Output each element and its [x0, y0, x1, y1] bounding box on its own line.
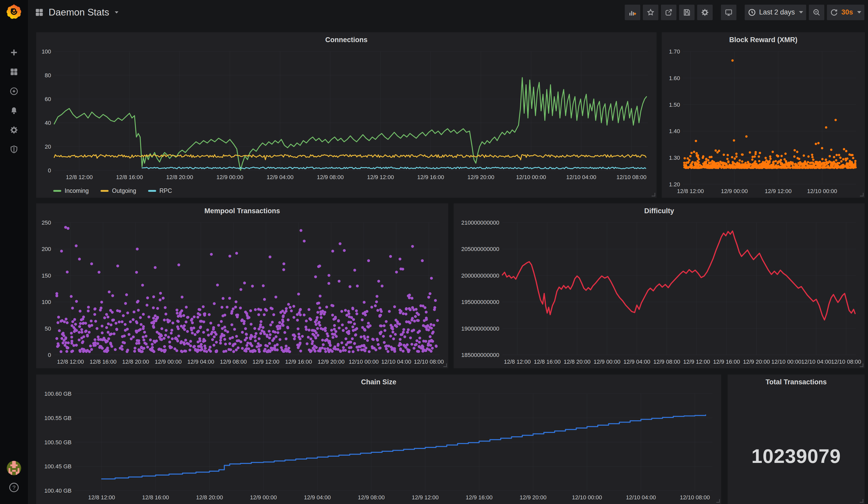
- sidebar-item-server-admin[interactable]: [9, 145, 19, 154]
- panel-mempool: Mempool Transactions 12/8 12:0012/8 16:0…: [36, 203, 448, 368]
- svg-text:12/8 12:00: 12/8 12:00: [677, 188, 704, 194]
- svg-text:200000000000: 200000000000: [462, 272, 499, 279]
- top-navbar: Daemon Stats: [28, 0, 868, 24]
- chain-size-chart[interactable]: 12/8 12:0012/8 16:0012/8 20:0012/9 00:00…: [36, 390, 721, 504]
- svg-text:12/9 12:00: 12/9 12:00: [367, 174, 394, 181]
- zoom-out-button[interactable]: [809, 5, 824, 20]
- svg-text:0: 0: [48, 352, 51, 358]
- mempool-chart[interactable]: 12/8 12:0012/8 16:0012/8 20:0012/9 00:00…: [36, 218, 448, 368]
- sidebar-item-alerting[interactable]: [9, 106, 19, 115]
- panel-block-reward: Block Reward (XMR) 12/8 12:0012/9 00:001…: [662, 32, 865, 198]
- save-button[interactable]: [679, 5, 694, 20]
- svg-text:12/10 00:00: 12/10 00:00: [807, 188, 837, 194]
- svg-text:12/9 08:00: 12/9 08:00: [358, 494, 385, 501]
- panel-title-mempool[interactable]: Mempool Transactions: [36, 203, 448, 218]
- svg-text:210000000000: 210000000000: [462, 219, 499, 226]
- svg-text:12/10 04:00: 12/10 04:00: [801, 359, 831, 365]
- svg-text:12/9 20:00: 12/9 20:00: [318, 359, 344, 365]
- svg-text:12/8 16:00: 12/8 16:00: [116, 174, 143, 181]
- legend-item-incoming[interactable]: Incoming: [53, 187, 89, 194]
- svg-text:0: 0: [48, 167, 51, 174]
- svg-text:1.40: 1.40: [669, 128, 680, 134]
- time-range-caret-icon: [799, 11, 803, 13]
- svg-text:190000000000: 190000000000: [462, 326, 499, 332]
- difficulty-chart[interactable]: 12/8 12:0012/8 16:0012/8 20:0012/9 00:00…: [454, 218, 865, 368]
- panel-title-connections[interactable]: Connections: [36, 32, 657, 47]
- title-caret-icon[interactable]: [115, 11, 118, 13]
- sidebar-item-configuration[interactable]: [9, 126, 19, 134]
- block-reward-chart[interactable]: 12/8 12:0012/9 00:0012/9 12:0012/10 00:0…: [662, 47, 865, 198]
- dashboard-grid-icon[interactable]: [35, 8, 44, 17]
- svg-text:12/9 04:00: 12/9 04:00: [623, 359, 650, 365]
- svg-text:12/9 00:00: 12/9 00:00: [593, 359, 620, 365]
- share-button[interactable]: [661, 5, 676, 20]
- svg-text:12/9 00:00: 12/9 00:00: [216, 174, 243, 181]
- svg-text:12/9 04:00: 12/9 04:00: [304, 494, 331, 501]
- sidebar-item-explore[interactable]: [9, 87, 19, 96]
- zoom-out-icon: [813, 8, 821, 17]
- time-range-label: Last 2 days: [759, 8, 795, 16]
- svg-text:12/10 08:00: 12/10 08:00: [680, 494, 710, 501]
- gear-icon: [10, 126, 18, 134]
- panel-title-chain-size[interactable]: Chain Size: [36, 374, 721, 390]
- panel-title-total-transactions[interactable]: Total Transactions: [728, 374, 865, 390]
- tv-mode-button[interactable]: [721, 5, 736, 20]
- svg-text:20: 20: [45, 143, 51, 150]
- svg-text:12/10 00:00: 12/10 00:00: [349, 359, 379, 365]
- svg-text:12/9 00:00: 12/9 00:00: [250, 494, 277, 501]
- svg-text:100.55 GB: 100.55 GB: [44, 415, 72, 421]
- legend-item-rpc[interactable]: RPC: [148, 187, 172, 194]
- svg-text:12/8 16:00: 12/8 16:00: [142, 494, 169, 501]
- svg-text:12/10 08:00: 12/10 08:00: [617, 174, 647, 181]
- plus-icon: [10, 48, 18, 57]
- panel-total-transactions: Total Transactions 10239079: [728, 374, 865, 504]
- refresh-button[interactable]: 30s: [827, 5, 864, 20]
- svg-text:12/8 16:00: 12/8 16:00: [90, 359, 116, 365]
- add-panel-button[interactable]: [625, 5, 640, 20]
- svg-text:12/8 12:00: 12/8 12:00: [504, 359, 531, 365]
- svg-text:12/10 08:00: 12/10 08:00: [831, 359, 861, 365]
- svg-text:12/8 16:00: 12/8 16:00: [534, 359, 561, 365]
- help-icon[interactable]: ?: [9, 482, 19, 493]
- svg-text:100: 100: [42, 299, 51, 305]
- svg-text:?: ?: [12, 484, 16, 491]
- svg-text:12/8 12:00: 12/8 12:00: [88, 494, 115, 501]
- svg-text:185000000000: 185000000000: [462, 352, 499, 358]
- star-button[interactable]: [643, 5, 658, 20]
- svg-text:80: 80: [45, 72, 51, 79]
- difficulty-plot: 12/8 12:0012/8 16:0012/8 20:0012/9 00:00…: [454, 218, 865, 368]
- svg-text:12/9 08:00: 12/9 08:00: [317, 174, 344, 181]
- monitor-icon: [725, 8, 733, 17]
- legend-label-outgoing: Outgoing: [112, 187, 136, 194]
- sidebar-item-dashboards[interactable]: [9, 68, 19, 76]
- grafana-logo[interactable]: [6, 3, 22, 20]
- user-avatar[interactable]: [7, 461, 21, 475]
- sidebar-item-create[interactable]: [9, 48, 19, 57]
- svg-text:1.30: 1.30: [669, 155, 680, 161]
- svg-text:12/9 20:00: 12/9 20:00: [743, 359, 770, 365]
- panel-difficulty: Difficulty 12/8 12:0012/8 16:0012/8 20:0…: [454, 203, 865, 368]
- svg-text:12/10 00:00: 12/10 00:00: [516, 174, 546, 181]
- refresh-icon: [830, 8, 838, 17]
- panel-title-difficulty[interactable]: Difficulty: [454, 203, 865, 218]
- settings-button[interactable]: [697, 5, 713, 20]
- total-transactions-stat: 10239079: [728, 390, 865, 504]
- time-range-picker[interactable]: Last 2 days: [745, 5, 806, 20]
- sidebar-bottom: ?: [7, 461, 21, 493]
- svg-text:12/10 00:00: 12/10 00:00: [572, 494, 602, 501]
- gear-icon: [701, 8, 709, 17]
- legend-item-outgoing[interactable]: Outgoing: [101, 187, 136, 194]
- svg-text:195000000000: 195000000000: [462, 299, 499, 305]
- svg-text:1.50: 1.50: [669, 102, 680, 108]
- svg-text:1.20: 1.20: [669, 181, 680, 188]
- connections-chart[interactable]: 12/8 12:0012/8 16:0012/8 20:0012/9 00:00…: [36, 47, 657, 184]
- share-icon: [664, 8, 673, 17]
- mempool-plot: 12/8 12:0012/8 16:0012/8 20:0012/9 00:00…: [36, 218, 448, 368]
- svg-text:12/9 12:00: 12/9 12:00: [765, 188, 792, 194]
- svg-text:100.60 GB: 100.60 GB: [44, 391, 72, 397]
- dashboard-title[interactable]: Daemon Stats: [49, 7, 109, 18]
- svg-text:12/8 12:00: 12/8 12:00: [57, 359, 84, 365]
- svg-text:40: 40: [45, 120, 51, 126]
- panel-chain-size: Chain Size 12/8 12:0012/8 16:0012/8 20:0…: [36, 374, 721, 504]
- panel-title-block-reward[interactable]: Block Reward (XMR): [662, 32, 865, 47]
